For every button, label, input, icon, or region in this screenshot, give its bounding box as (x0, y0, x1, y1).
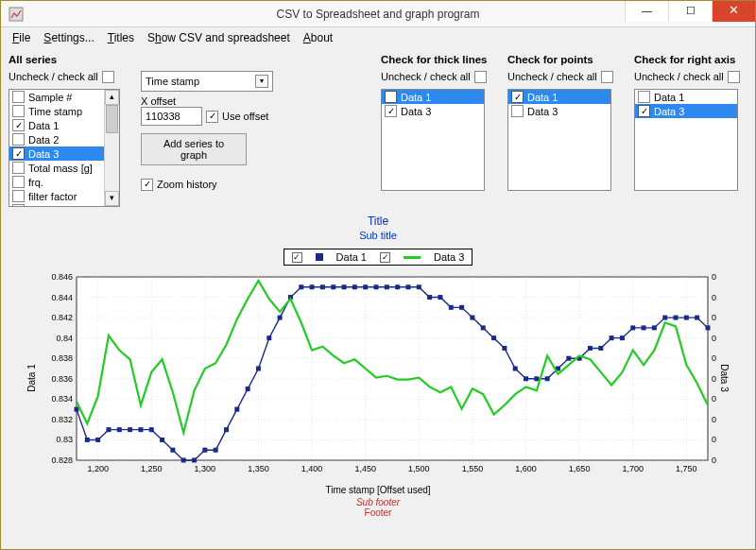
thick-listbox[interactable]: Data 1Data 3 (381, 89, 485, 191)
rightaxis-item-checkbox[interactable] (638, 91, 650, 103)
thick-uncheck-checkbox[interactable] (474, 71, 487, 83)
all-series-item-checkbox[interactable] (12, 147, 25, 160)
app-window: CSV to Spreadsheet and graph program — ☐… (0, 0, 756, 550)
all-series-item-checkbox[interactable] (12, 176, 25, 188)
points-item-checkbox[interactable] (511, 105, 524, 117)
svg-text:0.834: 0.834 (51, 394, 73, 404)
y-axis-left-label: Data 1 (26, 364, 37, 391)
rightaxis-header: Check for right axis (634, 54, 747, 65)
menu-settings[interactable]: Settings... (38, 29, 99, 46)
points-item-checkbox[interactable] (511, 91, 524, 103)
points-uncheck-checkbox[interactable] (601, 71, 613, 83)
all-series-item[interactable]: Data 1 (9, 118, 104, 132)
points-item[interactable]: Data 3 (508, 104, 610, 118)
svg-rect-86 (395, 284, 400, 289)
svg-rect-77 (299, 284, 303, 289)
rightaxis-item[interactable]: Data 1 (635, 90, 737, 104)
svg-rect-114 (695, 316, 699, 320)
scroll-thumb[interactable] (106, 105, 118, 133)
menu-file[interactable]: File (7, 29, 36, 46)
scroll-up-button[interactable]: ▴ (105, 90, 119, 105)
svg-rect-64 (160, 438, 164, 442)
xoffset-input[interactable] (141, 107, 202, 126)
svg-rect-58 (95, 438, 100, 442)
svg-rect-60 (117, 427, 122, 432)
rightaxis-item-label: Data 1 (654, 92, 684, 103)
svg-text:1,200: 1,200 (87, 464, 109, 473)
svg-rect-93 (470, 316, 474, 320)
chart-area[interactable]: Data 1 Data 3 0.8280.830.8320.8340.8360.… (20, 271, 736, 485)
y-axis-right-label: Data 3 (719, 364, 730, 391)
scrollbar[interactable]: ▴ ▾ (104, 90, 119, 206)
svg-rect-70 (224, 427, 229, 432)
all-series-item-checkbox[interactable] (12, 162, 25, 174)
close-button[interactable]: ✕ (712, 1, 755, 22)
all-series-item-label: Data 1 (28, 120, 59, 131)
chart-title: Title (368, 215, 388, 230)
svg-text:0: 0 (712, 374, 716, 384)
all-series-item[interactable]: Sample # (9, 90, 104, 104)
all-series-item[interactable]: Data 3 (9, 146, 104, 161)
all-series-item[interactable]: Time stamp (9, 104, 104, 118)
add-series-button[interactable]: Add series to graph (141, 133, 247, 165)
svg-rect-71 (234, 407, 239, 412)
all-series-listbox[interactable]: Sample #Time stampData 1Data 2Data 3Tota… (9, 89, 120, 207)
menu-titles[interactable]: Titles (102, 29, 140, 46)
all-series-item[interactable]: Total mass [g] (9, 161, 104, 175)
all-series-item[interactable]: filter factor (9, 189, 104, 203)
legend-2-checkbox[interactable] (380, 252, 390, 263)
use-offset-label: Use offset (222, 111, 268, 122)
use-offset-checkbox[interactable] (206, 111, 218, 123)
svg-rect-75 (278, 316, 283, 320)
thick-item[interactable]: Data 3 (382, 104, 484, 118)
points-item[interactable]: Data 1 (508, 90, 610, 104)
points-listbox[interactable]: Data 1Data 3 (507, 89, 611, 191)
all-series-item[interactable]: dFRdt (9, 203, 104, 206)
menu-about[interactable]: About (298, 29, 338, 46)
thick-item-checkbox[interactable] (385, 105, 397, 117)
rightaxis-uncheck-checkbox[interactable] (728, 71, 740, 83)
zoom-history-checkbox[interactable] (141, 179, 153, 191)
chart-subfooter: Sub footer (356, 497, 400, 507)
all-series-item[interactable]: Data 2 (9, 132, 104, 146)
svg-rect-87 (405, 284, 410, 289)
svg-rect-98 (524, 376, 528, 381)
legend-1-checkbox[interactable] (292, 252, 302, 263)
controls-col: Time stamp ▾ X offset Use offset Add ser… (141, 54, 273, 207)
all-series-item[interactable]: frq. (9, 175, 104, 189)
points-item-label: Data 3 (527, 106, 558, 117)
chart-footer: Footer (365, 507, 392, 518)
rightaxis-item-checkbox[interactable] (638, 105, 650, 117)
thick-item[interactable]: Data 1 (382, 90, 484, 104)
svg-rect-63 (149, 427, 154, 432)
svg-rect-108 (630, 325, 635, 330)
chevron-down-icon[interactable]: ▾ (255, 75, 268, 88)
svg-rect-78 (310, 284, 315, 289)
xaxis-select[interactable]: Time stamp ▾ (141, 71, 273, 92)
svg-text:1,250: 1,250 (141, 464, 163, 473)
svg-rect-1 (77, 277, 708, 460)
all-series-item-checkbox[interactable] (12, 190, 25, 202)
svg-rect-92 (459, 305, 464, 310)
all-series-item-checkbox[interactable] (12, 105, 25, 117)
all-series-item-checkbox[interactable] (12, 204, 25, 206)
scroll-track[interactable] (105, 105, 119, 191)
all-series-item-label: Total mass [g] (28, 163, 93, 174)
scroll-down-button[interactable]: ▾ (105, 191, 119, 206)
all-series-item-checkbox[interactable] (12, 119, 25, 131)
rightaxis-listbox[interactable]: Data 1Data 3 (634, 89, 738, 191)
thick-item-checkbox[interactable] (385, 91, 397, 103)
legend-1-label: Data 1 (336, 251, 367, 263)
all-series-uncheck-checkbox[interactable] (102, 71, 114, 83)
svg-rect-105 (598, 346, 603, 351)
rightaxis-item[interactable]: Data 3 (635, 104, 737, 118)
maximize-button[interactable]: ☐ (668, 1, 712, 22)
minimize-button[interactable]: — (625, 1, 668, 22)
menu-show-csv[interactable]: Show CSV and spreadsheet (142, 29, 296, 46)
svg-rect-69 (214, 448, 218, 453)
all-series-item-checkbox[interactable] (12, 91, 25, 103)
svg-rect-94 (481, 325, 486, 330)
all-series-item-checkbox[interactable] (12, 133, 25, 146)
all-series-item-label: Time stamp (28, 106, 82, 117)
rightaxis-col: Check for right axis Uncheck / check all… (634, 54, 747, 207)
